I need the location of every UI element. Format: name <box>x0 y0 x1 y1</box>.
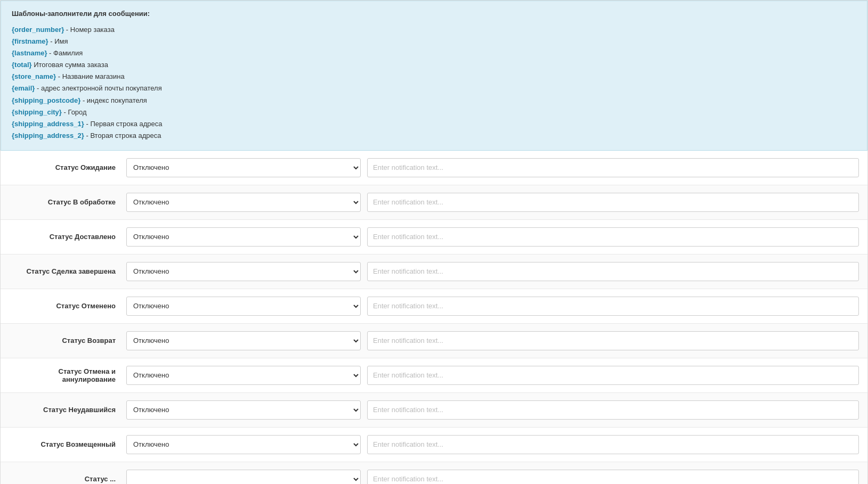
status-label-6: Статус Отмена и аннулирование <box>9 367 126 383</box>
status-select-0[interactable]: ОтключеноВключено <box>126 158 361 177</box>
template-desc: - индекс покупателя <box>80 96 147 104</box>
status-label-0: Статус Ожидание <box>9 163 126 171</box>
status-row: Статус ДоставленоОтключеноВключено <box>1 220 867 255</box>
template-key: {shipping_postcode} <box>12 96 80 104</box>
page-container: Шаблоны-заполнители для сообщении: {orde… <box>0 0 868 484</box>
status-row: Статус Отмена и аннулированиеОтключеноВк… <box>1 358 867 393</box>
status-row: Статус В обработкеОтключеноВключено <box>1 185 867 220</box>
template-item: {shipping_address_2} - Вторая строка адр… <box>12 130 856 142</box>
status-label-5: Статус Возврат <box>9 337 126 344</box>
template-key: {email} <box>12 84 35 92</box>
template-desc: - Номер заказа <box>64 26 115 34</box>
template-item: {store_name} - Название магазина <box>12 71 856 83</box>
status-select-9[interactable]: ОтключеноВключено <box>126 470 361 484</box>
status-label-7: Статус Неудавшийся <box>9 406 126 414</box>
status-row: Статус ВозвратОтключеноВключено <box>1 324 867 358</box>
status-label-3: Статус Сделка завершена <box>9 267 126 275</box>
status-row: Статус ...ОтключеноВключено <box>1 462 867 484</box>
template-item: {email} - адрес электронной почты покупа… <box>12 83 856 94</box>
template-section: Шаблоны-заполнители для сообщении: {orde… <box>1 1 867 151</box>
status-row: Статус ОтмененоОтключеноВключено <box>1 289 867 324</box>
status-select-6[interactable]: ОтключеноВключено <box>126 366 361 385</box>
template-key: {shipping_city} <box>12 108 62 116</box>
template-desc: - Фамилия <box>47 49 83 57</box>
status-label-1: Статус В обработке <box>9 198 126 206</box>
template-key: {order_number} <box>12 26 64 34</box>
status-input-7[interactable] <box>367 400 859 420</box>
status-select-7[interactable]: ОтключеноВключено <box>126 400 361 420</box>
template-item: {lastname} - Фамилия <box>12 47 856 59</box>
template-desc: - Первая строка адреса <box>84 120 163 128</box>
template-desc: - Имя <box>48 37 68 45</box>
status-input-5[interactable] <box>367 331 859 350</box>
template-item: {shipping_postcode} - индекс покупателя <box>12 95 856 106</box>
status-label-8: Статус Возмещенный <box>9 440 126 448</box>
template-items: {order_number} - Номер заказа{firstname}… <box>12 24 856 142</box>
template-key: {total} <box>12 61 32 69</box>
status-input-8[interactable] <box>367 435 859 454</box>
template-desc: - Название магазина <box>56 72 125 80</box>
status-input-6[interactable] <box>367 366 859 385</box>
template-desc: Итоговая сумма заказа <box>32 61 108 69</box>
template-key: {store_name} <box>12 72 56 80</box>
status-input-3[interactable] <box>367 262 859 281</box>
status-input-9[interactable] <box>367 470 859 484</box>
template-item: {firstname} - Имя <box>12 36 856 47</box>
status-select-1[interactable]: ОтключеноВключено <box>126 193 361 212</box>
status-input-2[interactable] <box>367 227 859 247</box>
template-key: {shipping_address_1} <box>12 120 84 128</box>
status-select-8[interactable]: ОтключеноВключено <box>126 435 361 454</box>
template-key: {firstname} <box>12 37 48 45</box>
template-desc: - адрес электронной почты покупателя <box>35 84 161 92</box>
status-row: Статус Сделка завершенаОтключеноВключено <box>1 255 867 289</box>
template-key: {lastname} <box>12 49 47 57</box>
template-key: {shipping_address_2} <box>12 132 84 140</box>
status-rows: Статус ОжиданиеОтключеноВключеноСтатус В… <box>1 151 867 484</box>
template-item: {order_number} - Номер заказа <box>12 24 856 36</box>
status-input-0[interactable] <box>367 158 859 177</box>
template-desc: - Вторая строка адреса <box>84 132 161 140</box>
template-item: {total} Итоговая сумма заказа <box>12 59 856 71</box>
status-label-9: Статус ... <box>9 475 126 483</box>
status-row: Статус НеудавшийсяОтключеноВключено <box>1 393 867 428</box>
template-item: {shipping_city} - Город <box>12 106 856 118</box>
status-label-2: Статус Доставлено <box>9 233 126 241</box>
status-select-4[interactable]: ОтключеноВключено <box>126 297 361 316</box>
status-select-3[interactable]: ОтключеноВключено <box>126 262 361 281</box>
template-desc: - Город <box>62 108 87 116</box>
status-row: Статус ОжиданиеОтключеноВключено <box>1 151 867 185</box>
template-title: Шаблоны-заполнители для сообщении: <box>12 10 856 18</box>
status-select-2[interactable]: ОтключеноВключено <box>126 227 361 247</box>
status-label-4: Статус Отменено <box>9 302 126 310</box>
template-item: {shipping_address_1} - Первая строка адр… <box>12 118 856 130</box>
status-row: Статус ВозмещенныйОтключеноВключено <box>1 428 867 462</box>
status-select-5[interactable]: ОтключеноВключено <box>126 331 361 350</box>
status-input-4[interactable] <box>367 297 859 316</box>
status-input-1[interactable] <box>367 193 859 212</box>
